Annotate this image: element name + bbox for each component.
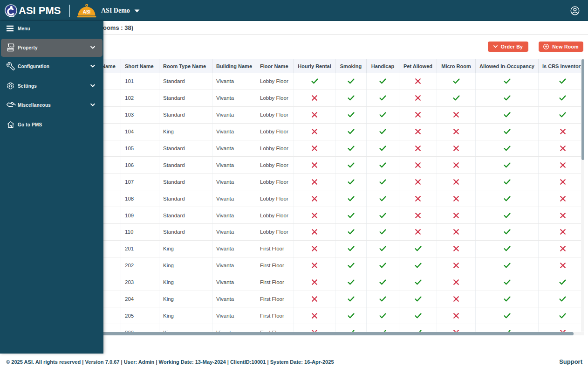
svg-text:ASI: ASI xyxy=(83,9,91,14)
